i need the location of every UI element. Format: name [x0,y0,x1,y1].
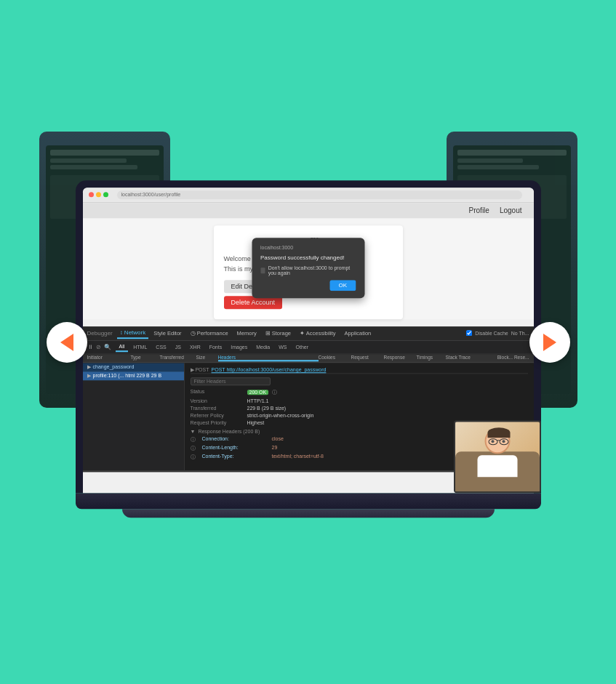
priority-value: Highest [247,420,265,425]
laptop: localhost:3000/user/profile Profile Logo… [76,180,541,518]
window-dots [89,192,108,197]
col-response: Response [384,355,417,361]
devtools-detail-panel: ▶ POST POST http://localhost:3000/user/c… [185,363,534,470]
devtools-panel: Debugger ↕ Network Style Editor ◷ Perfor… [83,326,534,472]
devtools-filter-row: ⏸ ⊘ 🔍 All HTML CSS JS XHR Fonts Images M… [83,341,534,354]
version-label: Version [191,398,241,403]
transferred-row: Transferred 229 B (29 B size) [191,406,528,411]
laptop-screen-outer: localhost:3000/user/profile Profile Logo… [76,180,541,493]
devtools-application-tab[interactable]: Application [341,328,375,339]
address-bar[interactable]: localhost:3000/user/profile [117,190,522,199]
dialog-checkbox-row: Don't allow localhost:3000 to prompt you… [260,265,356,275]
transferred-label: Transferred [191,406,241,411]
profile-page: Profile Logout Profile Welcome to y... T… [83,203,534,319]
right-arrow-icon [543,334,556,351]
devtools-columns: Initiator Type Transferred Size Headers … [83,354,534,363]
disable-cache-label: Disable Cache [475,331,508,336]
browser-dialog: localhost:3000 Password successfully cha… [252,238,364,298]
filter-headers-row [191,377,528,385]
hair [487,427,510,438]
dialog-checkbox-label: Don't allow localhost:3000 to prompt you… [268,265,356,275]
transferred-value: 229 B (29 B size) [247,406,287,411]
request-url-bar: ▶ POST POST http://localhost:3000/user/c… [191,367,528,374]
priority-label: Request Priority [191,420,241,425]
person-body [477,455,517,470]
devtools-content: ▶ change_password ▶ profile:110 (... htm… [83,363,534,470]
subtab-images[interactable]: Images [227,343,251,351]
prev-arrow-button[interactable] [47,322,87,363]
disable-cache-checkbox[interactable] [466,330,472,336]
person-head [484,428,510,454]
dialog-message: Password successfully changed! [260,254,356,261]
subtab-fonts[interactable]: Fonts [206,343,226,351]
subtab-other[interactable]: Other [292,343,313,351]
dialog-checkbox[interactable] [260,267,265,273]
browser-nav-bar: localhost:3000/user/profile [83,188,534,203]
laptop-screen-inner: localhost:3000/user/profile Profile Logo… [83,188,534,493]
no-throttle-label: No Th... [511,331,529,336]
request-item-password: ▶ change_password [83,363,184,371]
devtools-style-tab[interactable]: Style Editor [150,328,185,339]
search-icon: 🔍 [104,344,111,350]
clear-icon: ⊘ [96,344,101,350]
request-item-profile[interactable]: ▶ profile:110 (... html 229 B 29 B [83,371,184,380]
dialog-ok-row: OK [260,280,356,291]
dialog-url: localhost:3000 [260,245,356,250]
version-row: Version HTTP/1.1 [191,398,528,403]
subtab-css[interactable]: CSS [152,343,169,351]
col-block: Block... Rese... [486,355,529,361]
devtools-accessibility-tab[interactable]: ✦ Accessibility [296,328,340,339]
col-stack-trace: Stack Trace [446,355,486,361]
request-url: POST http://localhost:3000/user/change_p… [212,367,327,372]
eye-right [502,440,505,443]
devtools-tabs: Debugger ↕ Network Style Editor ◷ Perfor… [83,326,534,341]
devtools-memory-tab[interactable]: Memory [233,328,260,339]
close-dot [89,192,94,197]
filter-headers-input[interactable] [191,377,271,385]
eye-left [491,440,494,443]
col-type: Type [131,355,160,361]
left-arrow-icon [60,334,73,351]
devtools-performance-tab[interactable]: ◷ Performance [187,328,232,339]
video-thumbnail [454,420,534,470]
status-row: Status 200 OK ⓘ [191,389,528,396]
col-cookies: Cookies [319,355,351,361]
profile-link[interactable]: Profile [469,206,489,214]
devtools-debugger-tab[interactable]: Debugger [87,330,113,337]
glasses-bridge [497,440,500,440]
main-scene: localhost:3000/user/profile Profile Logo… [25,44,592,640]
pause-icon: ⏸ [87,344,93,350]
minimize-dot [96,192,101,197]
subtab-xhr[interactable]: XHR [186,343,204,351]
page-topbar: Profile Logout [83,203,534,218]
subtab-all[interactable]: All [116,342,129,352]
subtab-html[interactable]: HTML [129,343,151,351]
devtools-network-tab[interactable]: ↕ Network [117,328,149,339]
laptop-base [76,493,541,509]
referrer-row: Referrer Policy strict-origin-when-cross… [191,413,528,418]
dialog-ok-button[interactable]: OK [329,280,356,291]
col-request: Request [351,355,384,361]
logout-link[interactable]: Logout [500,206,522,214]
referrer-value: strict-origin-when-cross-origin [247,413,314,418]
subtab-ws[interactable]: WS [275,343,290,351]
devtools-storage-tab[interactable]: ⊞ Storage [262,328,295,339]
col-initiator: Initiator [87,355,131,361]
maximize-dot [103,192,108,197]
person-container [477,428,517,470]
devtools-subtabs: All HTML CSS JS XHR Fonts Images Media W… [116,342,529,352]
devtools-request-list: ▶ change_password ▶ profile:110 (... htm… [83,363,185,470]
status-value: 200 OK ⓘ [247,389,278,396]
status-label: Status [191,389,241,396]
col-size: Size [196,355,218,361]
laptop-foot [122,509,495,518]
version-value: HTTP/1.1 [247,398,269,403]
instructor-video [455,422,534,470]
col-timings: Timings [417,355,446,361]
devtools-options: Disable Cache No Th... [466,330,529,336]
col-transferred: Transferred [160,355,196,361]
subtab-js[interactable]: JS [172,343,185,351]
subtab-media[interactable]: Media [252,343,273,351]
next-arrow-button[interactable] [529,322,570,363]
col-headers[interactable]: Headers [218,355,319,361]
